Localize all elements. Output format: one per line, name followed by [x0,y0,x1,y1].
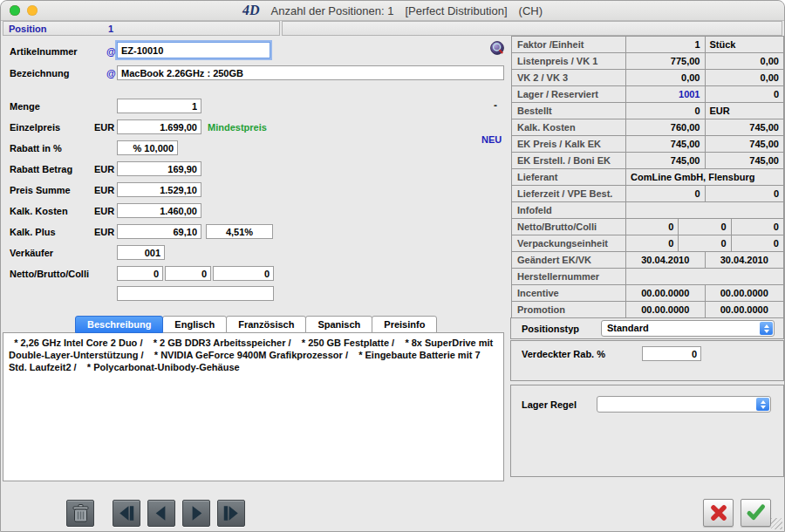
nav-last-button[interactable] [217,500,245,527]
brutto-input[interactable] [165,266,211,281]
verdeckter-rabatt-label: Verdeckter Rab. % [522,349,605,359]
tab-spanisch[interactable]: Spanisch [305,316,372,333]
einzelpreis-input[interactable] [117,119,201,134]
nav-next-button[interactable] [182,500,210,527]
dropdown-stepper-icon [756,398,769,411]
info-table-cell: 0 [625,186,705,201]
tab-englisch[interactable]: Englisch [162,316,227,333]
info-table-cell: 760,00 [625,119,705,135]
delete-button[interactable] [66,500,94,527]
info-table-row-label: Lieferzeit / VPE Best. [512,186,625,201]
info-table-cell: 745,00 [625,136,705,152]
confirm-button[interactable] [741,499,771,527]
netto-input[interactable] [117,266,163,281]
rabatt-prozent-input[interactable] [117,140,178,155]
nav-first-button[interactable] [113,500,140,527]
positionstyp-dropdown[interactable]: Standard [601,320,775,337]
info-table-cell: 745,00 [705,119,784,135]
info-table-row: VK 2 / VK 30,000,00 [512,70,783,86]
tab-beschreibung[interactable]: Beschreibung [75,316,163,333]
menge-label: Menge [10,101,40,112]
nav-previous-icon [148,500,174,527]
info-table-cell [625,269,783,284]
positionstyp-label: Positionstyp [522,324,579,334]
bezeichnung-wildcard: @ [106,68,116,78]
window-title-locale: (CH) [519,4,543,17]
artikelnummer-input[interactable] [117,42,270,58]
verkaeufer-input[interactable] [117,245,165,260]
kalk-kosten-label: Kalk. Kosten [10,206,68,216]
nav-next-icon [183,500,209,527]
info-table-cell: 30.04.2010 [705,252,784,268]
info-table-cell: 0 [625,103,705,119]
info-table-row-label: Lieferant [512,169,625,185]
info-table-row-label: Lager / Reserviert [512,86,625,102]
kalk-kosten-currency: EUR [94,206,114,216]
kalk-plus-percent-input[interactable] [206,224,273,239]
tab-preisinfo[interactable]: Preisinfo [372,316,437,333]
info-table-cell: 30.04.2010 [625,252,705,268]
info-table-row-label: Faktor /Einheit [512,37,625,52]
window-resize-grip[interactable] [771,518,782,529]
rabatt-betrag-input[interactable] [117,161,201,176]
neu-badge: NEU [481,134,502,145]
menge-input[interactable] [117,99,201,113]
preis-summe-label: Preis Summe [10,185,71,195]
info-table-cell: 1001 [625,86,705,102]
info-table-cell: 745,00 [705,136,784,152]
info-table-row-label: Geändert EK/VK [512,252,625,268]
kalk-plus-label: Kalk. Plus [10,227,56,237]
kalk-plus-currency: EUR [94,227,114,237]
colli-input[interactable] [213,266,274,281]
nav-previous-button[interactable] [147,500,175,527]
einzelpreis-label: Einzelpreis [10,122,60,133]
info-table-cell: 0 [705,186,784,201]
info-table-cell: 0 [678,235,730,251]
info-table-row: Herstellernummer [512,269,783,285]
info-table-cell: Stück [705,37,784,52]
article-search-icon[interactable] [490,41,505,56]
rabatt-betrag-label: Rabatt Betrag [10,164,72,174]
info-table-row-label: Promotion [512,302,625,317]
lager-regel-dropdown[interactable] [597,396,771,413]
preis-summe-input[interactable] [117,182,201,197]
info-table-row: Incentive00.00.000000.00.0000 [512,285,783,302]
info-table-row-label: Incentive [512,285,625,301]
verkaeufer-label: Verkäufer [10,248,53,258]
extra-input[interactable] [117,286,274,301]
position-label: Position [9,24,46,34]
dropdown-stepper-icon [760,322,773,335]
info-table-cell [625,202,783,218]
info-table-row: Kalk. Kosten760,00745,00 [512,119,783,136]
cancel-button[interactable] [703,499,734,527]
position-header-bar-right [282,21,782,36]
info-table-cell: 0 [625,219,678,235]
rabatt-prozent-label: Rabatt in % [10,143,62,153]
info-table-row: Lieferzeit / VPE Best.00 [512,186,783,202]
info-table-cell: 0,00 [705,53,784,69]
info-table-cell: 00.00.0000 [705,285,784,301]
info-table-cell: ComLine GmbH, Flensburg [625,169,783,185]
mindestpreis-note: Mindestpreis [208,122,267,133]
artikelnummer-label: Artikelnummer [10,46,78,57]
4d-logo-icon: 4D [242,3,260,18]
verdeckter-rabatt-panel: Verdeckter Rab. % [510,340,784,381]
title-bar: 4D Anzahl der Positionen: 1 [Perfect Dis… [1,1,784,21]
info-table: Faktor /Einheit1StückListenpreis / VK 17… [511,36,784,318]
bezeichnung-input[interactable] [117,65,504,80]
kalk-kosten-input[interactable] [117,203,201,218]
info-table-row-label: Listenpreis / VK 1 [512,53,625,69]
info-table-cell: 00.00.0000 [705,302,784,317]
verdeckter-rabatt-input[interactable] [642,346,701,361]
description-panel[interactable]: * 2,26 GHz Intel Core 2 Duo / * 2 GB DDR… [3,332,504,481]
info-table-cell: 0 [731,235,783,251]
info-table-row: Netto/Brutto/Colli000 [512,219,783,235]
menge-dash: - [494,99,497,112]
lager-regel-panel: Lager Regel [510,385,784,477]
tab-franzoesisch[interactable]: Französisch [226,316,306,333]
kalk-plus-input[interactable] [117,224,201,239]
position-header-bar: Position 1 [3,21,280,36]
trash-icon [72,503,90,523]
positionstyp-value: Standard [607,323,649,333]
info-table-cell: EUR [705,103,784,119]
